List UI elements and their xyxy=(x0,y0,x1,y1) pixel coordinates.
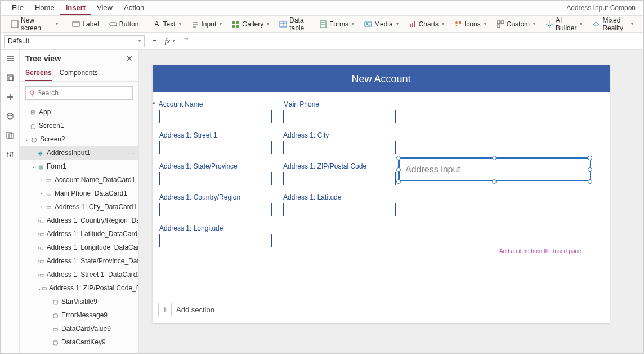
tree-node-screen1[interactable]: ▢Screen1 xyxy=(20,119,138,132)
help-icon: ? xyxy=(37,352,44,353)
input-account-name[interactable] xyxy=(159,110,272,123)
tree-search[interactable]: ⚲ xyxy=(25,86,133,100)
datacard-icon: ▭ xyxy=(42,285,47,291)
tree-node-datacard[interactable]: ›▭Address 1: City_DataCard1 xyxy=(20,200,138,214)
menu-home[interactable]: Home xyxy=(29,1,60,15)
fx-label[interactable]: fx▾ xyxy=(162,33,178,49)
button-label: Button xyxy=(119,20,139,28)
tree-node-datacard[interactable]: ›▭Address 1: Street 1_DataCard1 xyxy=(20,268,138,281)
tree-node-child[interactable]: ▢StarVisible9 xyxy=(20,295,138,308)
datatable-button[interactable]: Data table xyxy=(276,15,312,34)
menu-action[interactable]: Action xyxy=(118,1,150,15)
svg-rect-6 xyxy=(232,21,235,24)
menu-file[interactable]: File xyxy=(6,1,29,15)
plus-icon: + xyxy=(158,303,172,316)
field-country[interactable]: Address 1: Country/Region xyxy=(159,193,272,216)
search-input[interactable] xyxy=(37,89,129,97)
input-zip[interactable] xyxy=(283,172,396,185)
input-lat[interactable] xyxy=(283,203,396,216)
svg-rect-9 xyxy=(236,25,239,28)
svg-rect-25 xyxy=(501,21,504,24)
search-icon: ⚲ xyxy=(29,89,35,98)
datacard-icon: ▭ xyxy=(44,190,52,197)
charts-icon xyxy=(409,20,417,28)
field-account-name[interactable]: Account Name xyxy=(159,100,272,123)
close-icon[interactable]: ✕ xyxy=(126,54,133,63)
gallery-button[interactable]: Gallery▾ xyxy=(229,19,272,30)
icons-button[interactable]: Icons▾ xyxy=(451,19,490,30)
tree-node-canvas1[interactable]: ⌄?Canvas1 xyxy=(20,349,138,353)
tree-node-child[interactable]: ▢ErrorMessage9 xyxy=(20,308,138,322)
label-icon: ▢ xyxy=(51,339,59,346)
property-selector[interactable]: Default ▾ xyxy=(4,35,145,47)
aibuilder-button[interactable]: AI Builder▾ xyxy=(542,15,585,34)
input-street1[interactable] xyxy=(159,141,272,154)
tree-node-datacard[interactable]: ›▭Account Name_DataCard1 xyxy=(20,173,138,187)
field-state[interactable]: Address 1: State/Province xyxy=(159,162,272,185)
canvas-screen[interactable]: New Account Account Name Main Phone Addr… xyxy=(153,65,610,323)
hamburger-icon[interactable] xyxy=(5,53,16,64)
menu-insert[interactable]: Insert xyxy=(60,1,91,15)
label-button[interactable]: Label xyxy=(69,19,102,30)
address-input-component[interactable]: Address input xyxy=(399,158,589,181)
add-section-button[interactable]: + Add section xyxy=(158,303,214,316)
field-lon[interactable]: Address 1: Longitude xyxy=(159,224,272,247)
media-rail-icon[interactable] xyxy=(5,130,16,141)
field-street1[interactable]: Address 1: Street 1 xyxy=(159,131,272,154)
field-lat[interactable]: Address 1: Latitude xyxy=(283,193,396,216)
tree-node-child[interactable]: ▢DataCardKey9 xyxy=(20,335,138,349)
tree-node-datacard[interactable]: ›▭Main Phone_DataCard1 xyxy=(20,187,138,200)
input-main-phone[interactable] xyxy=(283,110,396,123)
formula-input[interactable]: "" xyxy=(178,37,643,45)
left-rail xyxy=(1,50,20,353)
input-country[interactable] xyxy=(159,203,272,216)
mixedreality-icon xyxy=(592,20,600,28)
insert-icon[interactable] xyxy=(5,91,16,103)
menu-view[interactable]: View xyxy=(91,1,118,15)
tree-node-datacard[interactable]: ›▭Address 1: Latitude_DataCard1 xyxy=(20,227,138,241)
aibuilder-icon xyxy=(545,20,553,28)
tab-components[interactable]: Components xyxy=(60,65,98,81)
tree-node-datacard[interactable]: ›▭Address 1: Longitude_DataCard1 xyxy=(20,241,138,254)
field-city[interactable]: Address 1: City xyxy=(283,131,396,154)
advanced-tools-icon[interactable] xyxy=(5,149,16,160)
tree-node-addressinput1[interactable]: ◈AddressInput1··· xyxy=(20,146,138,160)
svg-point-46 xyxy=(9,155,11,157)
input-city[interactable] xyxy=(283,141,396,154)
mixedreality-button[interactable]: Mixed Reality▾ xyxy=(589,15,637,34)
forms-icon xyxy=(319,20,327,28)
charts-button[interactable]: Charts▾ xyxy=(405,19,448,30)
forms-button[interactable]: Forms▾ xyxy=(316,19,357,30)
tree-node-screen2[interactable]: ⌄▢Screen2 xyxy=(20,132,138,146)
svg-rect-16 xyxy=(365,22,372,26)
field-zip[interactable]: Address 1: ZIP/Postal Code xyxy=(283,162,396,185)
tree-node-datacard[interactable]: ⌄▭Address 1: ZIP/Postal Code_DataCard1 xyxy=(20,281,138,295)
svg-rect-35 xyxy=(7,75,13,81)
new-screen-button[interactable]: New screen▾ xyxy=(7,15,61,34)
tree-panel: Tree view ✕ Screens Components ⚲ ⊞App ▢S… xyxy=(20,50,139,353)
tree-node-app[interactable]: ⊞App xyxy=(20,105,138,119)
datacard-icon: ▭ xyxy=(44,176,52,183)
button-button[interactable]: Button xyxy=(106,19,142,30)
expand-icon[interactable]: ⌄ xyxy=(23,137,30,142)
expand-icon[interactable]: ⌄ xyxy=(30,164,37,169)
tree-node-datacard[interactable]: ›▭Address 1: Country/Region_DataCard1 xyxy=(20,214,138,227)
field-main-phone[interactable]: Main Phone xyxy=(283,100,396,123)
tab-screens[interactable]: Screens xyxy=(25,65,52,81)
tree-node-form1[interactable]: ⌄▤Form1 xyxy=(20,160,138,173)
datacard-icon: ▭ xyxy=(39,231,44,237)
tree-node-child[interactable]: ▭DataCardValue9 xyxy=(20,322,138,335)
media-button[interactable]: Media▾ xyxy=(361,19,402,30)
tree-view-icon[interactable] xyxy=(5,72,16,83)
tree-node-datacard[interactable]: ›▭Address 1: State/Province_DataCard1 xyxy=(20,254,138,268)
svg-rect-26 xyxy=(497,25,500,28)
svg-point-27 xyxy=(548,23,551,26)
add-item-hint[interactable]: Add an item from the Insert pane xyxy=(499,248,582,254)
data-icon[interactable] xyxy=(5,110,16,122)
input-button[interactable]: Input▾ xyxy=(188,19,226,30)
input-lon[interactable] xyxy=(159,234,272,247)
text-button[interactable]: AText▾ xyxy=(150,19,185,30)
more-icon[interactable]: ··· xyxy=(128,149,135,157)
custom-button[interactable]: Custom▾ xyxy=(493,19,539,30)
input-state[interactable] xyxy=(159,172,272,185)
